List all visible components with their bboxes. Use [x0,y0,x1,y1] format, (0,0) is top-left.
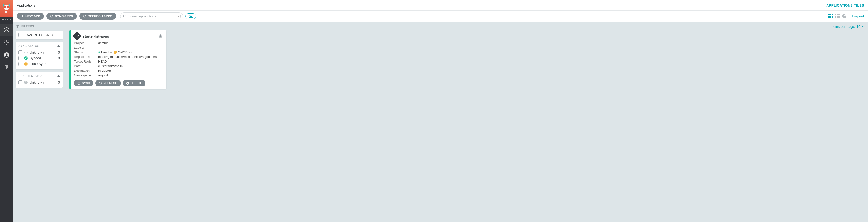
refresh-apps-button[interactable]: REFRESH APPS [79,12,116,20]
svg-rect-33 [837,16,840,17]
svg-rect-5 [5,11,6,13]
slash-hint: / [177,14,180,18]
filters-sidebar: FILTERS FAVORITES ONLY SYNC STATUS [13,22,65,222]
heart-icon: ♥ [98,51,100,54]
content-area: Items per page: 10 ⎇ starter-kit-apps Pr… [65,22,868,222]
svg-rect-26 [832,15,833,17]
svg-rect-6 [6,11,7,13]
svg-rect-35 [837,17,840,18]
kv-value: HEAD [98,60,163,63]
favorites-only-toggle[interactable]: FAVORITES ONLY [19,33,60,37]
view-pie-icon[interactable] [842,14,847,19]
refresh-apps-label: REFRESH APPS [88,14,112,18]
checkbox-icon [19,33,22,37]
nav-user[interactable] [0,49,13,61]
svg-rect-25 [830,15,831,17]
svg-rect-17 [190,15,190,16]
sync-apps-button[interactable]: SYNC APPS [46,12,77,20]
logout-link[interactable]: Log out [852,14,864,18]
filter-icon [16,25,20,28]
kv-key: Labels: [74,46,98,50]
card-refresh-button[interactable]: REFRESH [95,80,121,86]
keyboard-icon [189,15,193,18]
filter-count: 1 [58,62,60,66]
items-per-page[interactable]: Items per page: 10 [69,24,864,30]
favorites-only-label: FAVORITES ONLY [25,33,54,37]
kv-value: https://github.com/mtiutiu-heits/argocd-… [98,55,163,59]
svg-point-8 [6,42,7,43]
sync-icon [78,82,81,85]
caret-down-icon [862,26,864,27]
kv-key: Repository: [74,55,98,59]
svg-point-10 [6,54,7,55]
svg-point-4 [8,7,8,7]
refresh-icon [99,82,102,85]
sync-status-heading[interactable]: SYNC STATUS [19,44,60,47]
new-app-button[interactable]: NEW APP [17,12,44,20]
status-value: ♥ Healthy ↑ OutOfSync [98,51,163,54]
view-list-icon[interactable] [835,14,840,19]
card-delete-button[interactable]: DELETE [123,80,146,86]
kv-value: clusters/dev/helm [98,64,163,68]
version-label: v2.3.1+b [2,18,11,20]
svg-rect-27 [829,17,830,19]
unknown-health-icon: ? [24,81,28,84]
outofsync-status-icon: ↑ [24,62,28,66]
svg-rect-21 [829,14,830,15]
kv-key: Path: [74,64,98,68]
filter-label: Unknown [30,81,44,84]
kv-value: in-cluster [98,69,163,72]
health-filter-unknown[interactable]: ? Unknown 0 [19,80,60,85]
nav-rail: v2.3.1+b [0,0,13,222]
svg-rect-32 [835,16,836,17]
nav-docs[interactable] [0,61,13,74]
kv-key: Target Revisi… [74,60,98,63]
delete-icon [126,82,129,85]
kv-value: default [98,41,163,45]
synced-status-icon [24,57,28,60]
new-app-label: NEW APP [26,14,40,18]
svg-rect-16 [189,15,190,16]
filter-label: OutOfSync [30,62,46,66]
outofsync-icon: ↑ [114,51,117,54]
sync-filter-unknown[interactable]: Unknown 0 [19,50,60,55]
search-input[interactable] [120,12,183,20]
pagination-value: 10 [856,25,860,29]
health-status-filter-card: HEALTH STATUS ? Unknown 0 [16,72,63,88]
nav-applications[interactable] [0,24,13,36]
header: Applications APPLICATIONS TILES [13,0,868,11]
unknown-status-icon [24,51,28,54]
svg-rect-7 [7,11,8,13]
application-card[interactable]: ⎇ starter-kit-apps Project:default Label… [69,30,166,89]
view-tiles-icon[interactable] [828,14,833,19]
svg-rect-29 [832,17,833,19]
svg-rect-18 [191,15,191,16]
sync-filter-outofsync[interactable]: ↑ OutOfSync 1 [19,61,60,67]
svg-rect-31 [837,14,840,15]
checkbox-icon [19,51,22,54]
keyboard-chip-button[interactable] [185,13,196,19]
kv-key: Destination: [74,69,98,72]
plus-icon [21,14,24,18]
svg-rect-30 [835,14,836,15]
svg-point-3 [5,7,6,7]
svg-rect-20 [190,16,192,17]
search-icon [123,14,126,18]
checkbox-icon [19,56,22,60]
chevron-up-icon [58,75,60,76]
sync-apps-label: SYNC APPS [55,14,73,18]
card-sync-button[interactable]: SYNC [74,80,93,86]
breadcrumb: Applications [17,3,35,7]
toolbar: NEW APP SYNC APPS REFRESH APPS / [13,11,868,22]
svg-rect-24 [829,15,830,17]
favorite-star-icon[interactable] [158,34,163,38]
argo-logo [0,0,13,17]
svg-rect-22 [830,14,831,15]
kv-value [98,46,163,50]
health-status-heading[interactable]: HEALTH STATUS [19,74,60,77]
nav-settings[interactable] [0,36,13,49]
svg-rect-34 [835,17,836,18]
sync-filter-synced[interactable]: Synced 0 [19,55,60,61]
svg-rect-23 [832,14,833,15]
refresh-icon [83,14,86,18]
